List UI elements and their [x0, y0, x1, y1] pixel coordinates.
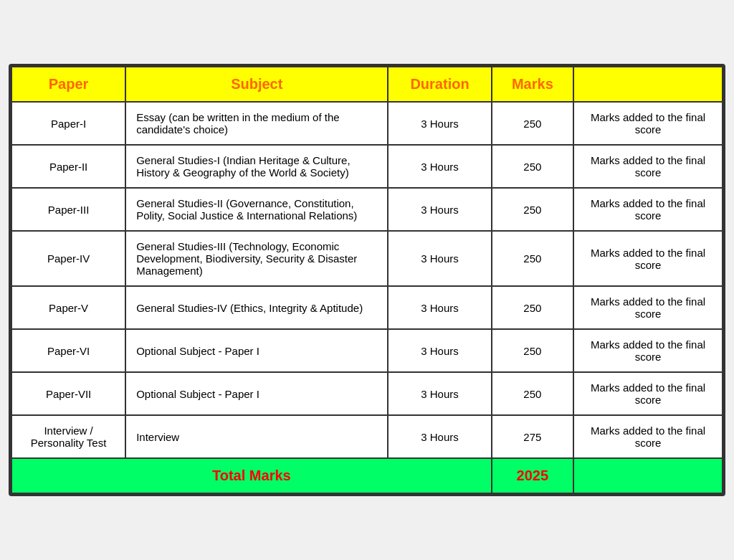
cell-subject: General Studies-I (Indian Heritage & Cul…	[125, 145, 388, 188]
cell-duration: 3 Hours	[388, 145, 491, 188]
table-row: Paper-VIIOptional Subject - Paper I3 Hou…	[11, 372, 723, 415]
cell-duration: 3 Hours	[388, 286, 491, 329]
header-marks: Marks	[492, 67, 573, 102]
table-body: Paper-IEssay (can be written in the medi…	[11, 102, 723, 458]
cell-marks: 250	[492, 102, 573, 145]
table-row: Paper-VGeneral Studies-IV (Ethics, Integ…	[11, 286, 723, 329]
table-row: Paper-IIGeneral Studies-I (Indian Herita…	[11, 145, 723, 188]
cell-subject: Optional Subject - Paper I	[125, 329, 388, 372]
cell-subject: Optional Subject - Paper I	[125, 372, 388, 415]
cell-notes: Marks added to the final score	[573, 188, 723, 231]
cell-paper: Paper-III	[11, 188, 125, 231]
cell-subject: Interview	[125, 415, 388, 458]
header-notes	[573, 67, 723, 102]
cell-duration: 3 Hours	[388, 102, 491, 145]
cell-marks: 250	[492, 188, 573, 231]
cell-paper: Paper-I	[11, 102, 125, 145]
table-row: Paper-IIIGeneral Studies-II (Governance,…	[11, 188, 723, 231]
table-row: Interview / Personality TestInterview3 H…	[11, 415, 723, 458]
cell-paper: Paper-VII	[11, 372, 125, 415]
cell-duration: 3 Hours	[388, 231, 491, 286]
cell-marks: 250	[492, 329, 573, 372]
cell-subject: General Studies-IV (Ethics, Integrity & …	[125, 286, 388, 329]
cell-paper: Paper-V	[11, 286, 125, 329]
cell-duration: 3 Hours	[388, 415, 491, 458]
footer-row: Total Marks 2025	[11, 458, 723, 493]
cell-subject: Essay (can be written in the medium of t…	[125, 102, 388, 145]
cell-subject: General Studies-III (Technology, Economi…	[125, 231, 388, 286]
main-table-container: Paper Subject Duration Marks Paper-IEssa…	[9, 64, 725, 496]
cell-marks: 250	[492, 231, 573, 286]
header-row: Paper Subject Duration Marks	[11, 67, 723, 102]
cell-marks: 275	[492, 415, 573, 458]
cell-notes: Marks added to the final score	[573, 415, 723, 458]
table-row: Paper-VIOptional Subject - Paper I3 Hour…	[11, 329, 723, 372]
cell-notes: Marks added to the final score	[573, 231, 723, 286]
cell-paper: Paper-IV	[11, 231, 125, 286]
table-row: Paper-IEssay (can be written in the medi…	[11, 102, 723, 145]
cell-notes: Marks added to the final score	[573, 286, 723, 329]
table-row: Paper-IVGeneral Studies-III (Technology,…	[11, 231, 723, 286]
total-label: Total Marks	[11, 458, 492, 493]
cell-duration: 3 Hours	[388, 329, 491, 372]
cell-marks: 250	[492, 145, 573, 188]
cell-paper: Interview / Personality Test	[11, 415, 125, 458]
cell-paper: Paper-II	[11, 145, 125, 188]
header-duration: Duration	[388, 67, 491, 102]
exam-table: Paper Subject Duration Marks Paper-IEssa…	[11, 66, 723, 494]
cell-duration: 3 Hours	[388, 372, 491, 415]
cell-notes: Marks added to the final score	[573, 102, 723, 145]
cell-marks: 250	[492, 372, 573, 415]
cell-duration: 3 Hours	[388, 188, 491, 231]
header-subject: Subject	[125, 67, 388, 102]
total-marks: 2025	[492, 458, 573, 493]
cell-subject: General Studies-II (Governance, Constitu…	[125, 188, 388, 231]
footer-notes	[573, 458, 723, 493]
cell-notes: Marks added to the final score	[573, 372, 723, 415]
cell-notes: Marks added to the final score	[573, 329, 723, 372]
cell-marks: 250	[492, 286, 573, 329]
cell-notes: Marks added to the final score	[573, 145, 723, 188]
cell-paper: Paper-VI	[11, 329, 125, 372]
header-paper: Paper	[11, 67, 125, 102]
